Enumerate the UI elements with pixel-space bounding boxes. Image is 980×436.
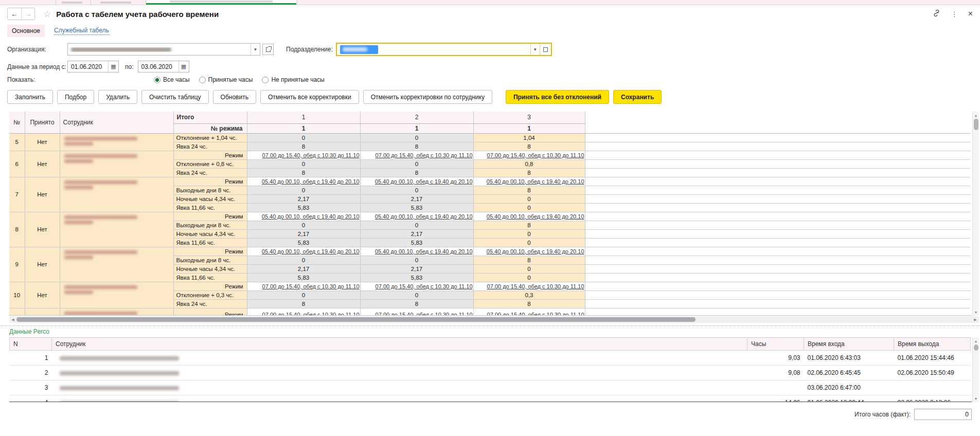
total-hours-input[interactable] <box>914 409 972 420</box>
employee-number-cell[interactable]: 10 <box>9 282 25 308</box>
regime-cell[interactable]: 05.40 до 00.10, обед с 19.40 до 20.10 <box>247 247 360 256</box>
value-cell[interactable]: 8 <box>247 142 360 151</box>
employee-name-cell[interactable] <box>60 177 173 212</box>
toolbar-button[interactable]: Очистить таблицу <box>141 90 209 104</box>
regime-cell[interactable]: 07.00 до 15.40, обед с 10.30 до 11.10 <box>360 151 473 159</box>
row-label-cell[interactable]: Выходные дни 8 чс. <box>173 186 247 194</box>
perco-row[interactable]: 19,0301.06.2020 6:43:0301.06.2020 15:44:… <box>10 351 971 366</box>
row-label-cell[interactable]: Режим <box>173 247 247 256</box>
value-cell[interactable]: 8 <box>247 168 360 177</box>
value-cell[interactable]: 2,17 <box>360 194 473 203</box>
scroll-down-icon[interactable]: ▼ <box>974 308 978 316</box>
value-cell[interactable]: 0 <box>360 186 473 194</box>
toolbar-accent-button[interactable]: Сохранить <box>613 90 662 104</box>
row-label-cell[interactable]: Режим <box>173 212 247 221</box>
row-label-cell[interactable]: Ночные часы 4,34 чс. <box>173 194 247 203</box>
value-cell[interactable]: 0 <box>473 273 585 282</box>
value-cell[interactable]: 8 <box>473 142 585 151</box>
value-cell[interactable]: 5,83 <box>247 238 360 247</box>
toolbar-button[interactable]: Отменить все корректировки <box>260 90 359 104</box>
value-cell[interactable]: 2,17 <box>360 264 473 273</box>
value-cell[interactable]: 8 <box>473 299 585 308</box>
value-cell[interactable]: 0,3 <box>473 290 585 299</box>
dept-combobox[interactable]: ▼ <box>336 43 552 56</box>
toolbar-accent-button[interactable]: Принять все без отклонений <box>506 90 609 104</box>
radio-Принятые часы[interactable]: Принятые часы <box>199 76 253 83</box>
tab-main[interactable]: Основное <box>7 25 45 37</box>
row-label-cell[interactable]: Режим <box>173 151 247 159</box>
row-label-cell[interactable]: Режим <box>173 177 247 186</box>
value-cell[interactable]: 2,17 <box>360 229 473 238</box>
value-cell[interactable]: 5,83 <box>360 273 473 282</box>
row-label-cell[interactable]: Ночные часы 4,34 чс. <box>173 229 247 238</box>
regime-cell[interactable]: 05.40 до 00.10, обед с 19.40 до 20.10 <box>360 212 473 221</box>
regime-cell[interactable]: 05.40 до 00.10, обед с 19.40 до 20.10 <box>360 247 473 256</box>
perco-employee-cell[interactable] <box>52 366 747 380</box>
value-cell[interactable]: 0 <box>247 256 360 264</box>
value-cell[interactable]: 8 <box>360 142 473 151</box>
value-cell[interactable]: 0 <box>360 256 473 264</box>
radio-circle-icon[interactable] <box>154 77 161 83</box>
value-cell[interactable]: 5,83 <box>360 238 473 247</box>
toolbar-button[interactable]: Обновить <box>213 90 256 104</box>
calendar-icon[interactable]: ▦ <box>179 61 189 72</box>
regime-cell[interactable]: 07.00 до 15.40, обед с 10.30 до 11.10 <box>247 282 360 290</box>
regime-cell[interactable]: 07.00 до 15.40, обед с 10.30 до 11.10 <box>360 282 473 290</box>
org-combobox[interactable]: ▼ <box>67 43 260 56</box>
value-cell[interactable]: 0 <box>473 264 585 273</box>
value-cell[interactable]: 5,83 <box>247 273 360 282</box>
link-icon[interactable] <box>932 9 941 19</box>
employee-name-cell[interactable] <box>60 151 173 177</box>
radio-circle-icon[interactable] <box>262 77 269 83</box>
regime-cell[interactable]: 07.00 до 15.40, обед с 10.30 до 11.10 <box>247 308 360 316</box>
row-label-cell[interactable]: Отклонение + 0,3 чс. <box>173 290 247 299</box>
scroll-down-icon[interactable]: ▼ <box>974 395 978 402</box>
radio-Не принятые часы[interactable]: Не принятые часы <box>262 76 324 83</box>
value-cell[interactable]: 0 <box>360 133 473 142</box>
period-to-input[interactable] <box>138 63 179 70</box>
accepted-cell[interactable]: Нет <box>25 177 60 212</box>
value-cell[interactable]: 0,8 <box>473 159 585 168</box>
row-label-cell[interactable]: Режим <box>173 308 247 316</box>
row-label-cell[interactable]: Явка 11,66 чс. <box>173 273 247 282</box>
regime-cell[interactable]: 05.40 до 00.10, обед с 19.40 до 20.10 <box>473 212 585 221</box>
row-label-cell[interactable]: Явка 24 чс. <box>173 299 247 308</box>
regime-cell[interactable]: 07.00 до 15.40, обед с 10.30 до 11.10 <box>247 151 360 159</box>
scroll-up-icon[interactable]: ▲ <box>974 337 978 344</box>
org-dropdown-icon[interactable]: ▼ <box>251 44 260 55</box>
regime-cell[interactable]: 07.00 до 15.40, обед с 10.30 до 11.10 <box>473 282 585 290</box>
org-open-button[interactable] <box>262 44 274 55</box>
value-cell[interactable]: 0 <box>360 290 473 299</box>
value-cell[interactable]: 8 <box>247 299 360 308</box>
value-cell[interactable]: 8 <box>360 299 473 308</box>
regime-cell[interactable]: 07.00 до 15.40, обед с 10.30 до 11.10 <box>473 151 585 159</box>
row-label-cell[interactable]: Явка 24 чс. <box>173 168 247 177</box>
radio-Все часы[interactable]: Все часы <box>154 76 190 83</box>
radio-circle-icon[interactable] <box>199 77 206 83</box>
accepted-cell[interactable]: Нет <box>25 151 60 177</box>
regime-cell[interactable]: 05.40 до 00.10, обед с 19.40 до 20.10 <box>247 177 360 186</box>
row-label-cell[interactable]: Выходные дни 8 чс. <box>173 221 247 229</box>
employee-name-cell[interactable] <box>60 247 173 282</box>
value-cell[interactable]: 0 <box>247 221 360 229</box>
toolbar-button[interactable]: Удалить <box>98 90 137 104</box>
row-label-cell[interactable]: Ночные часы 4,34 чс. <box>173 264 247 273</box>
calendar-icon[interactable]: ▦ <box>108 61 118 72</box>
regime-cell[interactable]: 05.40 до 00.10, обед с 19.40 до 20.10 <box>473 177 585 186</box>
perco-employee-cell[interactable] <box>52 351 747 366</box>
value-cell[interactable]: 8 <box>473 168 585 177</box>
favorite-star-icon[interactable]: ☆ <box>43 9 51 20</box>
close-icon[interactable]: × <box>968 9 973 19</box>
accepted-cell[interactable]: Нет <box>25 212 60 247</box>
row-label-cell[interactable]: Отклонение + 0,8 чс. <box>173 159 247 168</box>
employee-name-cell[interactable] <box>60 133 173 151</box>
employee-number-cell[interactable]: 6 <box>9 151 25 177</box>
employee-name-cell[interactable] <box>60 212 173 247</box>
perco-employee-cell[interactable] <box>52 395 747 403</box>
value-cell[interactable]: 8 <box>473 221 585 229</box>
perco-row[interactable]: 303.06.2020 6:47:00 <box>10 380 971 395</box>
value-cell[interactable]: 2,17 <box>247 194 360 203</box>
scroll-right-icon[interactable]: ▶ <box>972 318 979 322</box>
regime-cell[interactable]: 07.00 до 15.40, обед с 10.30 до 11.10 <box>473 308 585 316</box>
accepted-cell[interactable]: Нет <box>25 282 60 308</box>
